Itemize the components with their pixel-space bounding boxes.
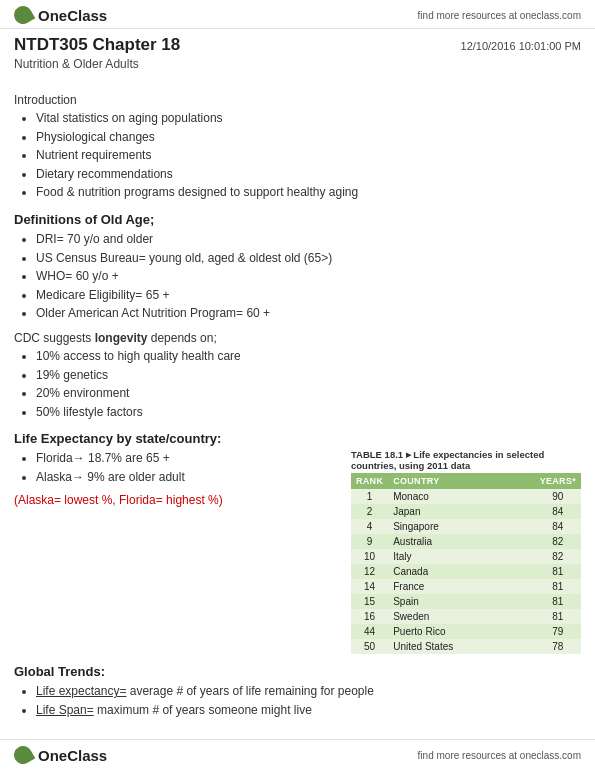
def-life-span: maximum # of years someone might live: [94, 703, 312, 717]
global-trends-heading: Global Trends:: [14, 664, 581, 679]
cell-rank: 10: [351, 549, 388, 564]
list-item: Life expectancy= average # of years of l…: [36, 682, 581, 701]
life-expectancy-table: RANK COUNTRY YEARS* 1Monaco902Japan844Si…: [351, 473, 581, 654]
list-item: Nutrient requirements: [36, 146, 581, 165]
cell-country: Singapore: [388, 519, 534, 534]
cell-years: 81: [535, 579, 581, 594]
table-row: 2Japan84: [351, 504, 581, 519]
cell-country: France: [388, 579, 534, 594]
cdc-list: 10% access to high quality health care 1…: [14, 347, 581, 421]
cell-years: 81: [535, 594, 581, 609]
cell-country: Canada: [388, 564, 534, 579]
definitions-heading: Definitions of Old Age;: [14, 212, 581, 227]
doc-date: 12/10/2016 10:01:00 PM: [461, 40, 581, 52]
footer-logo-text: OneClass: [38, 747, 107, 764]
list-item: Older American Act Nutrition Program= 60…: [36, 304, 581, 323]
footer-tagline: find more resources at oneclass.com: [418, 750, 581, 761]
logo-area: OneClass: [14, 6, 107, 24]
cell-rank: 15: [351, 594, 388, 609]
list-item: Dietary recommendations: [36, 165, 581, 184]
le-red-text: (Alaska= lowest %, Florida= highest %): [14, 491, 341, 509]
logo-text: OneClass: [38, 7, 107, 24]
footer-logo-area: OneClass: [14, 746, 107, 764]
term-life-expectancy: Life expectancy=: [36, 684, 126, 698]
doc-header: NTDT305 Chapter 18 12/10/2016 10:01:00 P…: [0, 29, 595, 57]
cell-country: Spain: [388, 594, 534, 609]
logo-leaf-icon: [11, 3, 36, 28]
table-caption-bold: TABLE 18.1: [351, 449, 403, 460]
col-rank: RANK: [351, 473, 388, 489]
global-trends-list: Life expectancy= average # of years of l…: [14, 682, 581, 719]
def-life-expectancy: average # of years of life remaining for…: [126, 684, 373, 698]
cdc-text: CDC suggests longevity depends on;: [14, 331, 581, 345]
cell-rank: 50: [351, 639, 388, 654]
cell-rank: 16: [351, 609, 388, 624]
list-item: 50% lifestyle factors: [36, 403, 581, 422]
table-header-row: RANK COUNTRY YEARS*: [351, 473, 581, 489]
cell-years: 90: [535, 489, 581, 504]
cell-years: 82: [535, 534, 581, 549]
cell-rank: 9: [351, 534, 388, 549]
cell-years: 84: [535, 504, 581, 519]
intro-label: Introduction: [14, 93, 581, 107]
footer: OneClass find more resources at oneclass…: [0, 739, 595, 770]
cell-rank: 12: [351, 564, 388, 579]
list-item: Food & nutrition programs designed to su…: [36, 183, 581, 202]
list-item: Life Span= maximum # of years someone mi…: [36, 701, 581, 720]
cdc-bold: longevity: [95, 331, 148, 345]
table-row: 4Singapore84: [351, 519, 581, 534]
cell-rank: 14: [351, 579, 388, 594]
list-item: Florida→ 18.7% are 65 +: [36, 449, 341, 468]
table-row: 10Italy82: [351, 549, 581, 564]
table-row: 9Australia82: [351, 534, 581, 549]
doc-title: NTDT305 Chapter 18: [14, 35, 180, 55]
life-expectancy-section: Life Expectancy by state/country: Florid…: [14, 431, 581, 654]
list-item: DRI= 70 y/o and older: [36, 230, 581, 249]
list-item: US Census Bureau= young old, aged & olde…: [36, 249, 581, 268]
list-item: Physiological changes: [36, 128, 581, 147]
cell-rank: 4: [351, 519, 388, 534]
intro-list: Vital statistics on aging populations Ph…: [14, 109, 581, 202]
list-item: Medicare Eligibility= 65 +: [36, 286, 581, 305]
table-body: 1Monaco902Japan844Singapore849Australia8…: [351, 489, 581, 654]
cell-country: Australia: [388, 534, 534, 549]
cell-years: 84: [535, 519, 581, 534]
table-header: RANK COUNTRY YEARS*: [351, 473, 581, 489]
table-row: 50United States78: [351, 639, 581, 654]
main-content: Introduction Vital statistics on aging p…: [0, 77, 595, 732]
col-country: COUNTRY: [388, 473, 534, 489]
cell-rank: 44: [351, 624, 388, 639]
list-item: WHO= 60 y/o +: [36, 267, 581, 286]
cell-country: Japan: [388, 504, 534, 519]
le-row: Florida→ 18.7% are 65 + Alaska→ 9% are o…: [14, 449, 581, 654]
table-caption: TABLE 18.1 ▸ Life expectancies in select…: [351, 449, 581, 471]
global-trends-section: Global Trends: Life expectancy= average …: [14, 664, 581, 719]
cell-country: United States: [388, 639, 534, 654]
list-item: Vital statistics on aging populations: [36, 109, 581, 128]
cell-country: Monaco: [388, 489, 534, 504]
cell-years: 82: [535, 549, 581, 564]
le-left-col: Florida→ 18.7% are 65 + Alaska→ 9% are o…: [14, 449, 341, 508]
doc-subtitle-area: Nutrition & Older Adults: [0, 57, 595, 77]
cell-country: Italy: [388, 549, 534, 564]
top-bar-tagline: find more resources at oneclass.com: [418, 10, 581, 21]
doc-subtitle: Nutrition & Older Adults: [14, 57, 139, 71]
cdc-suffix: depends on;: [147, 331, 216, 345]
definitions-list: DRI= 70 y/o and older US Census Bureau= …: [14, 230, 581, 323]
table-row: 12Canada81: [351, 564, 581, 579]
cell-country: Sweden: [388, 609, 534, 624]
cell-country: Puerto Rico: [388, 624, 534, 639]
le-heading: Life Expectancy by state/country:: [14, 431, 581, 446]
cell-years: 81: [535, 564, 581, 579]
le-bullets: Florida→ 18.7% are 65 + Alaska→ 9% are o…: [14, 449, 341, 486]
le-right-col: TABLE 18.1 ▸ Life expectancies in select…: [351, 449, 581, 654]
term-life-span: Life Span=: [36, 703, 94, 717]
list-item: Alaska→ 9% are older adult: [36, 468, 341, 487]
table-row: 44Puerto Rico79: [351, 624, 581, 639]
list-item: 20% environment: [36, 384, 581, 403]
cell-years: 79: [535, 624, 581, 639]
cdc-prefix: CDC suggests: [14, 331, 95, 345]
table-row: 15Spain81: [351, 594, 581, 609]
cell-years: 81: [535, 609, 581, 624]
col-years: YEARS*: [535, 473, 581, 489]
